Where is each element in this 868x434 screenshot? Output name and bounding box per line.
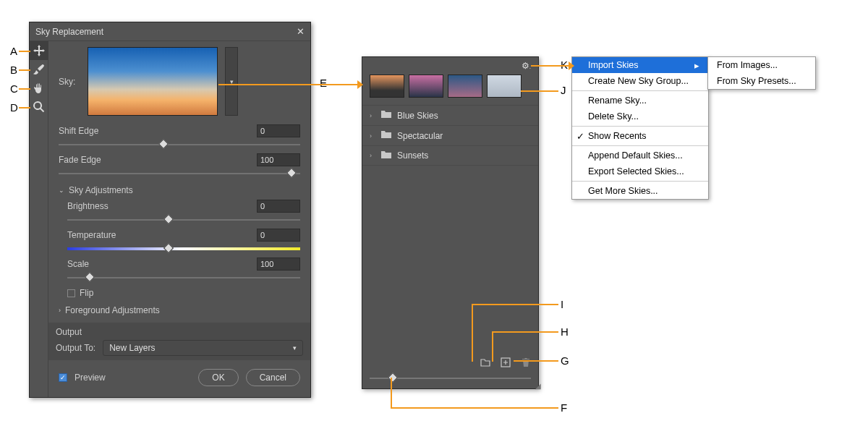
import-icon[interactable] <box>480 357 490 370</box>
recent-sky-thumb[interactable] <box>487 75 522 98</box>
gear-icon[interactable]: ⚙. <box>522 61 531 71</box>
menu-append-default[interactable]: Append Default Skies... <box>572 148 708 163</box>
menu-separator <box>572 126 708 127</box>
flip-label: Flip <box>80 288 93 298</box>
dialog-titlebar[interactable]: Sky Replacement ✕ <box>30 22 310 41</box>
sky-picker-panel: ⚙. ›Blue Skies ›Spectacular ›Sunsets ◢ <box>362 56 539 389</box>
temperature-input[interactable] <box>257 229 300 242</box>
toolstrip <box>30 41 48 397</box>
fade-edge-label: Fade Edge <box>59 155 101 165</box>
move-tool[interactable] <box>30 41 48 60</box>
menu-get-more[interactable]: Get More Skies... <box>572 183 708 199</box>
folder-icon <box>381 150 391 161</box>
sky-replacement-dialog: Sky Replacement ✕ Sky: ▾ Shift Edge <box>29 22 311 398</box>
menu-separator <box>572 181 708 182</box>
chevron-down-icon: ▾ <box>293 344 297 352</box>
scale-input[interactable] <box>257 258 300 271</box>
chevron-down-icon: ⌄ <box>59 187 64 194</box>
chevron-right-icon: › <box>59 307 61 314</box>
callout-D: D <box>10 101 18 114</box>
temperature-slider[interactable] <box>67 244 300 253</box>
output-to-select[interactable]: New Layers▾ <box>103 340 303 356</box>
output-heading: Output <box>56 327 303 337</box>
shift-edge-input[interactable] <box>257 124 300 137</box>
callout-E: E <box>320 77 327 89</box>
recent-sky-thumb[interactable] <box>448 75 482 98</box>
menu-separator <box>572 145 708 146</box>
callout-C: C <box>10 82 18 95</box>
menu-import-skies[interactable]: Import Skies▸ <box>572 57 708 73</box>
recent-sky-thumb[interactable] <box>370 75 404 98</box>
flip-checkbox-row[interactable]: Flip <box>67 288 300 298</box>
flip-checkbox[interactable] <box>67 289 75 297</box>
brightness-label: Brightness <box>67 201 109 211</box>
checkmark-icon: ✓ <box>576 131 584 142</box>
sky-recents-row <box>362 75 538 102</box>
sky-adjustments-section[interactable]: ⌄Sky Adjustments <box>59 185 300 195</box>
menu-show-recents[interactable]: ✓Show Recents <box>572 128 708 144</box>
menu-delete-sky[interactable]: Delete Sky... <box>572 109 708 124</box>
folder-icon <box>381 110 391 121</box>
recent-sky-thumb[interactable] <box>409 75 443 98</box>
gear-context-menu: Import Skies▸ Create New Sky Group... Re… <box>571 56 709 200</box>
shift-edge-slider[interactable] <box>59 140 300 149</box>
zoom-tool[interactable] <box>30 98 48 116</box>
sky-thumbnail <box>88 47 218 116</box>
ok-button[interactable]: OK <box>198 369 238 386</box>
callout-B: B <box>10 64 17 76</box>
menu-export-selected[interactable]: Export Selected Skies... <box>572 163 708 179</box>
folder-spectacular[interactable]: ›Spectacular <box>362 125 538 145</box>
import-submenu: From Images... From Sky Presets... <box>707 56 816 90</box>
menu-separator <box>572 90 708 91</box>
new-preset-icon[interactable] <box>501 357 511 370</box>
submenu-from-images[interactable]: From Images... <box>708 57 815 73</box>
callout-G: G <box>561 354 569 367</box>
chevron-right-icon: ▸ <box>694 60 699 71</box>
scale-label: Scale <box>67 259 89 269</box>
folder-sunsets[interactable]: ›Sunsets <box>362 145 538 166</box>
callout-A: A <box>10 45 17 57</box>
fade-edge-input[interactable] <box>257 153 300 166</box>
fade-edge-slider[interactable] <box>59 169 300 178</box>
chevron-right-icon: › <box>370 132 375 140</box>
sky-label: Sky: <box>59 77 80 87</box>
resize-grip[interactable]: ◢ <box>535 382 540 390</box>
thumbnail-size-slider[interactable] <box>370 374 531 383</box>
callout-H: H <box>561 326 569 338</box>
output-to-label: Output To: <box>56 343 95 353</box>
temperature-label: Temperature <box>67 230 116 240</box>
menu-create-group[interactable]: Create New Sky Group... <box>572 73 708 89</box>
submenu-from-presets[interactable]: From Sky Presets... <box>708 73 815 89</box>
preview-checkbox[interactable]: ✓ <box>59 373 67 382</box>
menu-rename-sky[interactable]: Rename Sky... <box>572 93 708 109</box>
preview-label: Preview <box>75 373 106 383</box>
folder-blue-skies[interactable]: ›Blue Skies <box>362 105 538 125</box>
callout-F: F <box>561 401 567 414</box>
brightness-slider[interactable] <box>67 216 300 224</box>
dialog-title: Sky Replacement <box>35 22 103 41</box>
trash-icon[interactable] <box>521 357 531 370</box>
close-icon[interactable]: ✕ <box>297 22 305 41</box>
chevron-right-icon: › <box>370 112 375 119</box>
chevron-right-icon: › <box>370 152 375 159</box>
callout-J: J <box>561 84 566 96</box>
hand-tool[interactable] <box>30 79 48 98</box>
sky-dropdown-button[interactable]: ▾ <box>225 47 238 116</box>
callout-I: I <box>561 298 563 310</box>
cancel-button[interactable]: Cancel <box>246 369 300 386</box>
foreground-adjustments-section[interactable]: ›Foreground Adjustments <box>59 305 300 315</box>
shift-edge-label: Shift Edge <box>59 126 98 136</box>
scale-slider[interactable] <box>67 273 300 282</box>
brightness-input[interactable] <box>257 200 300 213</box>
brush-tool[interactable] <box>30 60 48 79</box>
folder-icon <box>381 130 391 141</box>
